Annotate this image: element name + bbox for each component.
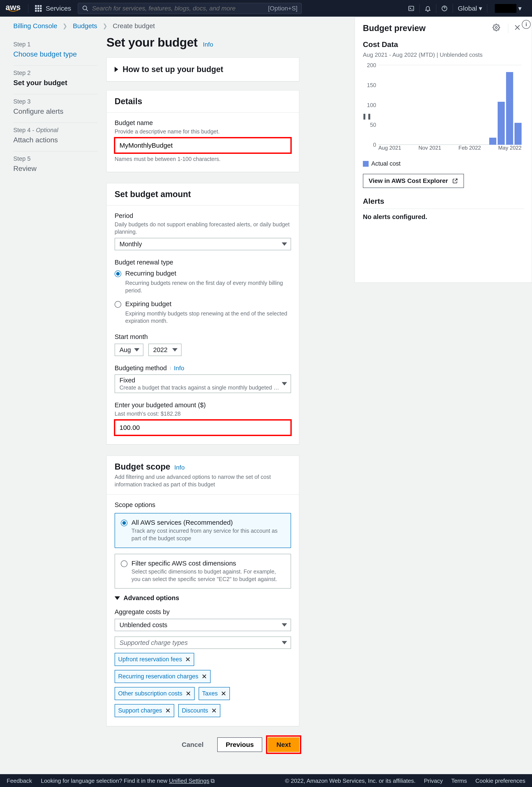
step-1[interactable]: Step 1 Choose budget type (13, 37, 98, 66)
cancel-button[interactable]: Cancel (174, 737, 211, 752)
close-preview-icon[interactable] (508, 24, 524, 33)
radio-icon (114, 271, 121, 277)
charge-type-token[interactable]: Upfront reservation fees✕ (114, 653, 194, 666)
crumb-billing[interactable]: Billing Console (13, 22, 57, 30)
remove-token-icon[interactable]: ✕ (186, 690, 191, 698)
drag-handle-icon[interactable]: ❚❚ (362, 113, 372, 120)
scope-all-desc: Track any cost incurred from any service… (131, 527, 285, 542)
next-button[interactable]: Next (268, 737, 299, 752)
period-select[interactable]: Monthly (114, 238, 291, 250)
aggregate-label: Aggregate costs by (114, 608, 291, 616)
chart-bar (506, 72, 513, 145)
legend-swatch (363, 161, 369, 167)
previous-button[interactable]: Previous (217, 737, 262, 752)
budget-name-label: Budget name (114, 119, 291, 127)
svg-point-4 (495, 26, 497, 28)
howto-title: How to set up your budget (123, 65, 223, 74)
notifications-icon[interactable] (419, 4, 436, 13)
services-grid-icon[interactable] (35, 5, 42, 12)
scope-filter-card[interactable]: Filter specific AWS cost dimensions Sele… (114, 554, 291, 589)
chevron-down-icon (282, 242, 287, 246)
unified-settings-link[interactable]: Unified Settings⧉ (169, 778, 215, 784)
preview-sidebar: Budget preview Cost Data Aug 2021 - Aug … (355, 17, 532, 765)
region-selector[interactable]: Global▾ (453, 4, 487, 13)
svg-line-1 (86, 9, 88, 11)
scope-all-card[interactable]: All AWS services (Recommended) Track any… (114, 513, 291, 548)
radio-icon (114, 301, 121, 308)
howto-expander[interactable]: How to set up your budget (107, 58, 299, 81)
page-footer: Feedback Looking for language selection?… (0, 774, 532, 787)
cost-chart: ❚❚ 200150100500 Aug 2021Nov 2021Feb 2022… (363, 65, 524, 154)
radio-recurring[interactable]: Recurring budget (114, 270, 291, 277)
renewal-label: Budget renewal type (114, 259, 291, 266)
charge-type-token[interactable]: Taxes✕ (199, 687, 230, 700)
step-2[interactable]: Step 2 Set your budget (13, 66, 98, 94)
scope-desc: Add filtering and use advanced options t… (114, 473, 291, 488)
method-info-link[interactable]: Info (174, 365, 185, 372)
expiring-desc: Expiring monthly budgets stop renewing a… (125, 310, 291, 325)
advanced-options-toggle[interactable]: Advanced options (114, 594, 291, 602)
charge-types-select[interactable]: Supported charge types (114, 636, 291, 649)
crumb-current: Create budget (113, 22, 155, 30)
remove-token-icon[interactable]: ✕ (185, 656, 191, 663)
chart-bar (489, 138, 496, 145)
period-help: Daily budgets do not support enabling fo… (114, 221, 291, 236)
view-cost-explorer-button[interactable]: View in AWS Cost Explorer (363, 174, 464, 188)
amount-panel: Set budget amount Period Daily budgets d… (106, 183, 299, 445)
chart-bar (498, 102, 505, 145)
method-select[interactable]: Fixed Create a budget that tracks agains… (114, 375, 291, 393)
charge-type-token[interactable]: Other subscription costs✕ (114, 687, 195, 700)
privacy-link[interactable]: Privacy (424, 778, 443, 784)
charge-type-token[interactable]: Discounts✕ (178, 704, 220, 717)
remove-token-icon[interactable]: ✕ (165, 707, 171, 715)
budget-name-help: Provide a descriptive name for this budg… (114, 128, 291, 135)
budget-name-constraint: Names must be between 1-100 characters. (114, 155, 291, 163)
step-4[interactable]: Step 4 - Optional Attach actions (13, 123, 98, 151)
aws-logo[interactable]: aws (5, 4, 21, 13)
cost-range: Aug 2021 - Aug 2022 (MTD) | Unblended co… (363, 51, 524, 58)
remove-token-icon[interactable]: ✕ (211, 707, 217, 715)
remove-token-icon[interactable]: ✕ (201, 673, 207, 680)
cloudshell-icon[interactable] (403, 4, 419, 13)
charge-type-token[interactable]: Recurring reservation charges✕ (114, 670, 211, 683)
account-menu[interactable]: ▾ (487, 4, 527, 13)
caret-right-icon (114, 67, 118, 72)
chevron-down-icon (134, 348, 140, 352)
scope-info-link[interactable]: Info (174, 464, 185, 471)
scope-header: Budget scope (114, 462, 170, 471)
amount-input[interactable] (114, 420, 291, 435)
radio-icon (121, 560, 127, 567)
terms-link[interactable]: Terms (451, 778, 467, 784)
services-link[interactable]: Services (46, 5, 71, 12)
page-info-link[interactable]: Info (203, 41, 213, 48)
settings-gear-icon[interactable] (490, 24, 503, 33)
charge-type-token[interactable]: Support charges✕ (114, 704, 174, 717)
chart-bar (514, 123, 522, 145)
step-5[interactable]: Step 5 Review (13, 151, 98, 180)
step-3[interactable]: Step 3 Configure alerts (13, 94, 98, 123)
aggregate-select[interactable]: Unblended costs (114, 619, 291, 631)
svg-rect-2 (409, 6, 414, 10)
details-panel: Details Budget name Provide a descriptiv… (106, 90, 299, 172)
help-icon[interactable] (436, 4, 453, 13)
recurring-desc: Recurring budgets renew on the first day… (125, 279, 291, 294)
crumb-budgets[interactable]: Budgets (73, 22, 97, 30)
cookies-link[interactable]: Cookie preferences (475, 778, 525, 784)
top-navbar: aws Services [Option+S] Global▾ ▾ (0, 0, 532, 17)
start-year-select[interactable]: 2022 (148, 344, 182, 356)
global-search[interactable]: [Option+S] (78, 3, 302, 14)
cost-data-heading: Cost Data (363, 40, 524, 49)
info-panel-toggle[interactable]: i (522, 20, 531, 29)
search-shortcut: [Option+S] (268, 5, 297, 12)
feedback-link[interactable]: Feedback (7, 778, 32, 784)
amount-header: Set budget amount (114, 190, 191, 199)
start-month-select[interactable]: Aug (114, 344, 144, 356)
remove-token-icon[interactable]: ✕ (221, 690, 226, 698)
radio-expiring[interactable]: Expiring budget (114, 300, 291, 308)
chart-legend: Actual cost (363, 160, 524, 167)
budget-name-input[interactable] (114, 138, 291, 153)
search-input[interactable] (89, 5, 268, 12)
aws-smile-icon (8, 9, 18, 13)
start-month-label: Start month (114, 333, 291, 341)
page-title: Set your budget (106, 35, 197, 49)
